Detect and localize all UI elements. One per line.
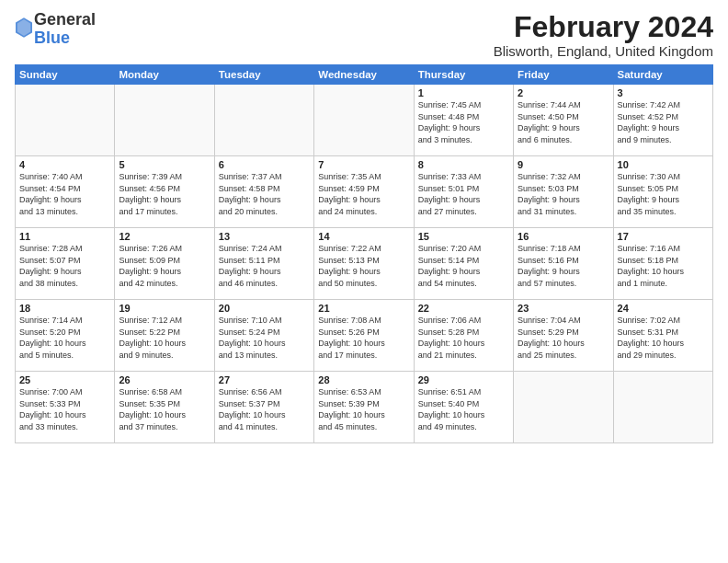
day-info: Sunrise: 6:58 AM Sunset: 5:35 PM Dayligh… <box>119 386 210 432</box>
table-row: 28Sunrise: 6:53 AM Sunset: 5:39 PM Dayli… <box>314 372 414 443</box>
logo: General Blue <box>15 11 96 48</box>
table-row <box>214 85 313 156</box>
calendar-header-row: Sunday Monday Tuesday Wednesday Thursday… <box>16 65 713 85</box>
day-info: Sunrise: 7:02 AM Sunset: 5:31 PM Dayligh… <box>618 315 709 361</box>
day-info: Sunrise: 7:24 AM Sunset: 5:11 PM Dayligh… <box>219 243 310 289</box>
table-row <box>115 85 214 156</box>
table-row <box>16 85 115 156</box>
header: General Blue February 2024 Blisworth, En… <box>15 11 713 59</box>
day-info: Sunrise: 7:00 AM Sunset: 5:33 PM Dayligh… <box>19 386 110 432</box>
table-row: 14Sunrise: 7:22 AM Sunset: 5:13 PM Dayli… <box>314 228 414 300</box>
table-row <box>314 85 414 156</box>
week-row-3: 18Sunrise: 7:14 AM Sunset: 5:20 PM Dayli… <box>16 300 713 372</box>
week-row-1: 4Sunrise: 7:40 AM Sunset: 4:54 PM Daylig… <box>16 156 713 228</box>
table-row: 18Sunrise: 7:14 AM Sunset: 5:20 PM Dayli… <box>16 300 115 372</box>
table-row: 17Sunrise: 7:16 AM Sunset: 5:18 PM Dayli… <box>613 228 712 300</box>
table-row: 9Sunrise: 7:32 AM Sunset: 5:03 PM Daylig… <box>514 156 613 228</box>
day-number: 24 <box>618 303 709 314</box>
logo-icon <box>16 17 32 38</box>
logo-general: General <box>34 10 96 29</box>
day-info: Sunrise: 7:28 AM Sunset: 5:07 PM Dayligh… <box>19 243 110 289</box>
table-row: 13Sunrise: 7:24 AM Sunset: 5:11 PM Dayli… <box>214 228 313 300</box>
day-info: Sunrise: 7:26 AM Sunset: 5:09 PM Dayligh… <box>119 243 210 289</box>
week-row-2: 11Sunrise: 7:28 AM Sunset: 5:07 PM Dayli… <box>16 228 713 300</box>
day-info: Sunrise: 7:37 AM Sunset: 4:58 PM Dayligh… <box>219 171 310 217</box>
location: Blisworth, England, United Kingdom <box>494 43 713 59</box>
col-sunday: Sunday <box>16 65 115 85</box>
col-friday: Friday <box>514 65 613 85</box>
table-row: 23Sunrise: 7:04 AM Sunset: 5:29 PM Dayli… <box>514 300 613 372</box>
day-info: Sunrise: 7:16 AM Sunset: 5:18 PM Dayligh… <box>618 243 709 289</box>
day-number: 22 <box>418 303 509 314</box>
day-number: 29 <box>418 374 509 385</box>
day-info: Sunrise: 7:44 AM Sunset: 4:50 PM Dayligh… <box>518 99 609 145</box>
table-row: 22Sunrise: 7:06 AM Sunset: 5:28 PM Dayli… <box>414 300 513 372</box>
day-info: Sunrise: 7:45 AM Sunset: 4:48 PM Dayligh… <box>418 99 509 145</box>
day-number: 3 <box>618 87 709 98</box>
table-row <box>514 372 613 443</box>
day-number: 14 <box>318 231 409 242</box>
table-row: 3Sunrise: 7:42 AM Sunset: 4:52 PM Daylig… <box>613 85 712 156</box>
col-wednesday: Wednesday <box>314 65 414 85</box>
page: General Blue February 2024 Blisworth, En… <box>0 0 728 563</box>
logo-text: General Blue <box>34 11 96 48</box>
table-row: 25Sunrise: 7:00 AM Sunset: 5:33 PM Dayli… <box>16 372 115 443</box>
day-number: 23 <box>518 303 609 314</box>
day-info: Sunrise: 6:56 AM Sunset: 5:37 PM Dayligh… <box>219 386 310 432</box>
week-row-0: 1Sunrise: 7:45 AM Sunset: 4:48 PM Daylig… <box>16 85 713 156</box>
day-info: Sunrise: 7:42 AM Sunset: 4:52 PM Dayligh… <box>618 99 709 145</box>
table-row: 24Sunrise: 7:02 AM Sunset: 5:31 PM Dayli… <box>613 300 712 372</box>
month-year: February 2024 <box>494 11 713 43</box>
day-info: Sunrise: 7:30 AM Sunset: 5:05 PM Dayligh… <box>618 171 709 217</box>
day-info: Sunrise: 7:39 AM Sunset: 4:56 PM Dayligh… <box>119 171 210 217</box>
table-row: 27Sunrise: 6:56 AM Sunset: 5:37 PM Dayli… <box>214 372 313 443</box>
table-row: 19Sunrise: 7:12 AM Sunset: 5:22 PM Dayli… <box>115 300 214 372</box>
table-row: 29Sunrise: 6:51 AM Sunset: 5:40 PM Dayli… <box>414 372 513 443</box>
day-number: 1 <box>418 87 509 98</box>
day-info: Sunrise: 7:33 AM Sunset: 5:01 PM Dayligh… <box>418 171 509 217</box>
day-info: Sunrise: 7:04 AM Sunset: 5:29 PM Dayligh… <box>518 315 609 361</box>
day-number: 12 <box>119 231 210 242</box>
table-row: 11Sunrise: 7:28 AM Sunset: 5:07 PM Dayli… <box>16 228 115 300</box>
day-number: 16 <box>518 231 609 242</box>
day-info: Sunrise: 6:53 AM Sunset: 5:39 PM Dayligh… <box>318 386 409 432</box>
day-info: Sunrise: 7:10 AM Sunset: 5:24 PM Dayligh… <box>219 315 310 361</box>
calendar: Sunday Monday Tuesday Wednesday Thursday… <box>15 64 713 443</box>
col-thursday: Thursday <box>414 65 513 85</box>
table-row: 6Sunrise: 7:37 AM Sunset: 4:58 PM Daylig… <box>214 156 313 228</box>
day-info: Sunrise: 7:22 AM Sunset: 5:13 PM Dayligh… <box>318 243 409 289</box>
day-info: Sunrise: 7:14 AM Sunset: 5:20 PM Dayligh… <box>19 315 110 361</box>
day-number: 26 <box>119 374 210 385</box>
col-tuesday: Tuesday <box>214 65 313 85</box>
day-info: Sunrise: 7:18 AM Sunset: 5:16 PM Dayligh… <box>518 243 609 289</box>
table-row: 1Sunrise: 7:45 AM Sunset: 4:48 PM Daylig… <box>414 85 513 156</box>
day-number: 9 <box>518 159 609 170</box>
day-number: 4 <box>19 159 110 170</box>
table-row: 26Sunrise: 6:58 AM Sunset: 5:35 PM Dayli… <box>115 372 214 443</box>
table-row <box>613 372 712 443</box>
day-number: 13 <box>219 231 310 242</box>
table-row: 2Sunrise: 7:44 AM Sunset: 4:50 PM Daylig… <box>514 85 613 156</box>
day-number: 17 <box>618 231 709 242</box>
day-number: 28 <box>318 374 409 385</box>
day-number: 8 <box>418 159 509 170</box>
table-row: 10Sunrise: 7:30 AM Sunset: 5:05 PM Dayli… <box>613 156 712 228</box>
day-info: Sunrise: 6:51 AM Sunset: 5:40 PM Dayligh… <box>418 386 509 432</box>
table-row: 21Sunrise: 7:08 AM Sunset: 5:26 PM Dayli… <box>314 300 414 372</box>
day-number: 6 <box>219 159 310 170</box>
day-number: 25 <box>19 374 110 385</box>
day-info: Sunrise: 7:06 AM Sunset: 5:28 PM Dayligh… <box>418 315 509 361</box>
day-number: 19 <box>119 303 210 314</box>
day-info: Sunrise: 7:20 AM Sunset: 5:14 PM Dayligh… <box>418 243 509 289</box>
day-number: 5 <box>119 159 210 170</box>
day-number: 2 <box>518 87 609 98</box>
day-info: Sunrise: 7:32 AM Sunset: 5:03 PM Dayligh… <box>518 171 609 217</box>
day-number: 21 <box>318 303 409 314</box>
day-info: Sunrise: 7:40 AM Sunset: 4:54 PM Dayligh… <box>19 171 110 217</box>
day-number: 20 <box>219 303 310 314</box>
day-number: 7 <box>318 159 409 170</box>
table-row: 16Sunrise: 7:18 AM Sunset: 5:16 PM Dayli… <box>514 228 613 300</box>
week-row-4: 25Sunrise: 7:00 AM Sunset: 5:33 PM Dayli… <box>16 372 713 443</box>
table-row: 20Sunrise: 7:10 AM Sunset: 5:24 PM Dayli… <box>214 300 313 372</box>
day-info: Sunrise: 7:08 AM Sunset: 5:26 PM Dayligh… <box>318 315 409 361</box>
